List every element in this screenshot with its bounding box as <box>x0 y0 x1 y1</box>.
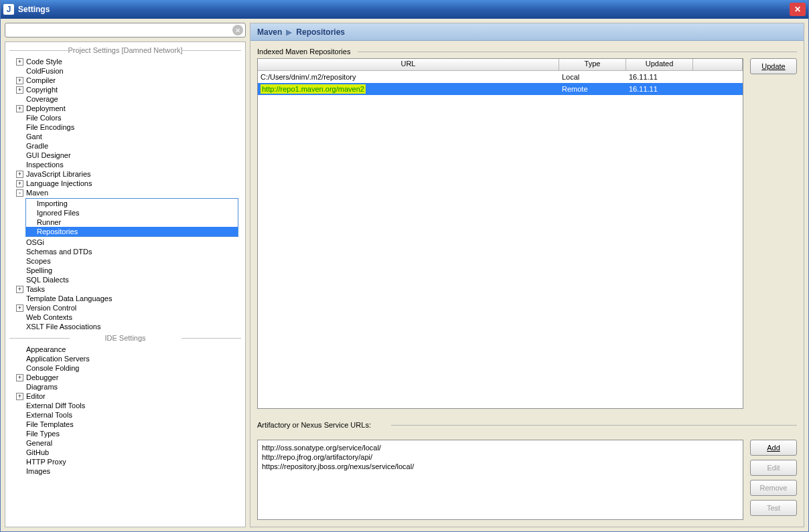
tree-item[interactable]: +Compiler <box>5 76 245 85</box>
tree-item[interactable]: +Language Injections <box>5 179 245 188</box>
tree-item[interactable]: General <box>5 438 245 448</box>
maven-children: ImportingIgnored FilesRunnerRepositories <box>25 198 238 237</box>
search-input[interactable] <box>5 23 246 37</box>
update-button[interactable]: Update <box>750 58 797 74</box>
tree-item[interactable]: File Types <box>5 429 245 438</box>
tree-item-label: General <box>26 439 52 447</box>
table-row[interactable]: http://repo1.maven.org/maven2Remote16.11… <box>258 83 743 95</box>
plus-icon[interactable]: + <box>16 58 23 66</box>
table-row[interactable]: C:/Users/dnim/.m2/repositoryLocal16.11.1… <box>258 71 743 83</box>
tree-item[interactable]: +Deployment <box>5 104 245 113</box>
tree-item[interactable]: HTTP Proxy <box>5 457 245 466</box>
tree-item[interactable]: Spelling <box>5 266 245 275</box>
minus-icon[interactable]: - <box>16 189 23 197</box>
tree-item[interactable]: XSLT File Associations <box>5 322 245 331</box>
plus-icon[interactable]: + <box>16 286 23 293</box>
tree-item[interactable]: +Debugger <box>5 373 245 382</box>
tree-item-label: ColdFusion <box>26 67 64 75</box>
tree-item[interactable]: External Tools <box>5 410 245 420</box>
sidebar: ✕ Project Settings [Damned Network] +Cod… <box>5 23 246 527</box>
close-button[interactable]: ✕ <box>790 3 806 16</box>
list-item[interactable]: https://repository.jboss.org/nexus/servi… <box>261 462 740 471</box>
tree-item[interactable]: +Editor <box>5 391 245 401</box>
tree-item[interactable]: Inspections <box>5 160 245 169</box>
service-buttons: Add Edit Remove Test <box>750 440 797 520</box>
col-url[interactable]: URL <box>258 59 559 70</box>
tree-item-label: Inspections <box>26 161 64 169</box>
content-body: Indexed Maven Repositories URL Type Upda… <box>250 41 804 527</box>
tree-item-label: Console Folding <box>26 364 80 372</box>
col-type[interactable]: Type <box>559 59 626 70</box>
tree-item[interactable]: File Templates <box>5 420 245 429</box>
plus-icon[interactable]: + <box>16 374 23 381</box>
repos-table[interactable]: URL Type Updated C:/Users/dnim/.m2/repos… <box>257 58 743 409</box>
tree-item-label: File Encodings <box>26 123 74 131</box>
tree-item[interactable]: +Tasks <box>5 284 245 294</box>
tree-item-label: Gradle <box>26 142 48 150</box>
add-button[interactable]: Add <box>750 440 797 456</box>
tree-item[interactable]: ColdFusion <box>5 66 245 76</box>
tree-item[interactable]: File Encodings <box>5 122 245 132</box>
tree-item[interactable]: Appearance <box>5 345 245 354</box>
tree-item-label: Application Servers <box>26 355 90 363</box>
tree-item[interactable]: Repositories <box>26 227 238 236</box>
tree-item[interactable]: Scopes <box>5 256 245 266</box>
tree-item[interactable]: +JavaScript Libraries <box>5 169 245 179</box>
tree-item[interactable]: SQL Dialects <box>5 275 245 284</box>
service-list[interactable]: http://oss.sonatype.org/service/local/ht… <box>257 440 743 520</box>
tree-item-label: Spelling <box>26 266 52 274</box>
test-button[interactable]: Test <box>750 500 797 516</box>
tree-item[interactable]: OSGi <box>5 238 245 247</box>
edit-button[interactable]: Edit <box>750 460 797 476</box>
tree-item[interactable]: GUI Designer <box>5 151 245 160</box>
tree-item-label: OSGi <box>26 238 44 246</box>
section-project: Project Settings [Damned Network] <box>5 46 245 54</box>
tree-item[interactable]: Runner <box>26 217 238 227</box>
plus-icon[interactable]: + <box>16 86 23 94</box>
list-item[interactable]: http://repo.jfrog.org/artifactory/api/ <box>261 452 740 462</box>
tree-item[interactable]: External Diff Tools <box>5 401 245 410</box>
tree-item[interactable]: Diagrams <box>5 382 245 391</box>
breadcrumb: Maven ▶ Repositories <box>250 23 804 41</box>
content-panel: Maven ▶ Repositories Indexed Maven Repos… <box>250 23 804 527</box>
tree-item[interactable]: Application Servers <box>5 354 245 363</box>
settings-tree[interactable]: Project Settings [Damned Network] +Code … <box>5 41 246 527</box>
plus-icon[interactable]: + <box>16 180 23 187</box>
tree-item-label: File Types <box>26 430 60 438</box>
tree-item-label: External Diff Tools <box>26 402 85 410</box>
tree-item[interactable]: Template Data Languages <box>5 294 245 303</box>
plus-icon[interactable]: + <box>16 105 23 112</box>
remove-button[interactable]: Remove <box>750 480 797 496</box>
tree-item[interactable]: Images <box>5 466 245 476</box>
tree-item[interactable]: +Copyright <box>5 85 245 94</box>
tree-item[interactable]: +Code Style <box>5 57 245 66</box>
tree-item[interactable]: Ignored Files <box>26 208 238 217</box>
tree-item-label: HTTP Proxy <box>26 458 66 466</box>
service-area: http://oss.sonatype.org/service/local/ht… <box>257 440 797 520</box>
tree-item-label: Schemas and DTDs <box>26 248 92 256</box>
tree-item[interactable]: Schemas and DTDs <box>5 247 245 256</box>
breadcrumb-root[interactable]: Maven <box>257 27 282 37</box>
tree-item[interactable]: File Colors <box>5 113 245 122</box>
tree-item[interactable]: -Maven <box>5 188 245 197</box>
tree-item[interactable]: Web Contexts <box>5 313 245 322</box>
tree-item-label: GUI Designer <box>26 151 71 159</box>
tree-item[interactable]: Importing <box>26 199 238 208</box>
list-item[interactable]: http://oss.sonatype.org/service/local/ <box>261 443 740 452</box>
tree-item[interactable]: +Version Control <box>5 303 245 313</box>
tree-item[interactable]: Console Folding <box>5 363 245 373</box>
plus-icon[interactable]: + <box>16 304 23 312</box>
plus-icon[interactable]: + <box>16 77 23 84</box>
tree-item[interactable]: GitHub <box>5 448 245 457</box>
plus-icon[interactable]: + <box>16 171 23 178</box>
dialog-body: ✕ Project Settings [Damned Network] +Cod… <box>1 19 808 531</box>
col-updated[interactable]: Updated <box>626 59 693 70</box>
tree-item-label: Coverage <box>26 95 58 103</box>
clear-icon[interactable]: ✕ <box>232 25 243 35</box>
tree-item[interactable]: Gant <box>5 132 245 141</box>
tree-item[interactable]: Gradle <box>5 141 245 151</box>
tree-item-label: Template Data Languages <box>26 294 112 302</box>
tree-item[interactable]: Coverage <box>5 94 245 104</box>
plus-icon[interactable]: + <box>16 393 23 400</box>
breadcrumb-leaf: Repositories <box>296 27 345 37</box>
